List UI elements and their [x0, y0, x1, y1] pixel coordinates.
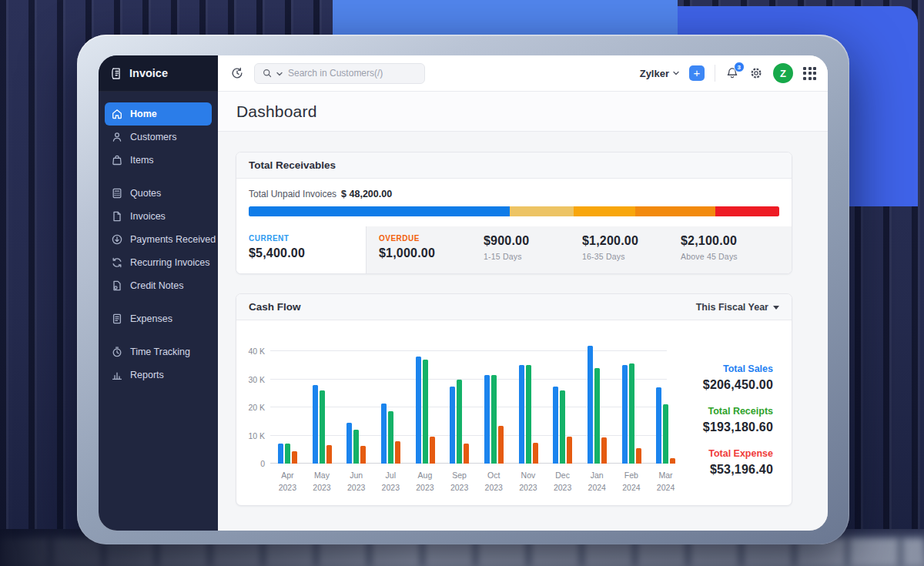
bar-group-apr-2023: [278, 444, 297, 464]
sidebar-item-quotes[interactable]: Quotes: [105, 182, 212, 205]
stat-value: $5,400.00: [249, 246, 366, 260]
bar-receipts-may-2023: [320, 390, 325, 464]
sidebar-item-label: Items: [130, 155, 154, 166]
search-box[interactable]: [254, 63, 425, 84]
unpaid-label: Total Unpaid Invoices: [249, 189, 336, 199]
fiscal-year-selector[interactable]: This Fiscal Year: [696, 302, 779, 313]
search-input[interactable]: [286, 67, 417, 79]
sidebar-item-label: Credit Notes: [130, 280, 183, 291]
time-tracking-icon: [111, 346, 123, 358]
bar-receipts-mar-2024: [663, 404, 668, 464]
bar-expense-feb-2024: [636, 448, 641, 464]
org-name: Zylker: [640, 68, 669, 79]
reports-icon: [111, 369, 123, 381]
sidebar-item-home[interactable]: Home: [105, 102, 212, 126]
sidebar-item-reports[interactable]: Reports: [105, 363, 212, 387]
apps-grid-icon[interactable]: [803, 67, 816, 80]
notification-badge: 3: [734, 62, 745, 72]
credit-notes-icon: [111, 280, 123, 292]
x-tick-label: Oct2023: [477, 470, 511, 494]
bar-sales-oct-2023: [484, 375, 490, 464]
sidebar-item-label: Time Tracking: [130, 347, 190, 357]
bar-expense-apr-2023: [292, 451, 297, 464]
bar-group-may-2023: [313, 385, 332, 464]
expenses-icon: [111, 313, 123, 325]
recurring-invoices-icon: [111, 256, 123, 269]
main-area: Zylker + 3: [218, 55, 828, 531]
notifications-bell-icon[interactable]: 3: [725, 66, 739, 80]
quotes-icon: [111, 187, 123, 199]
sidebar-item-invoices[interactable]: Invoices: [105, 205, 212, 228]
x-tick-label: May2023: [305, 470, 340, 494]
sidebar-item-items[interactable]: Items: [105, 149, 212, 172]
total-label: Total Sales: [667, 363, 773, 374]
x-tick-label: Jul2023: [373, 470, 408, 494]
sidebar-item-expenses[interactable]: Expenses: [105, 307, 212, 330]
aging-segment-current: [249, 206, 510, 216]
aging-segment-36-45-days: [635, 206, 715, 216]
bar-expense-oct-2023: [498, 426, 504, 464]
bar-receipts-jul-2023: [388, 411, 393, 464]
sidebar-item-label: Recurring Invoices: [130, 257, 210, 268]
bar-sales-dec-2023: [553, 387, 558, 464]
x-tick-label: Aug2023: [408, 470, 443, 494]
receivables-aging-bar[interactable]: [249, 206, 779, 216]
sidebar-item-time-tracking[interactable]: Time Tracking: [105, 340, 212, 363]
bar-receipts-jun-2023: [353, 430, 359, 464]
sidebar-item-recurring-invoices[interactable]: Recurring Invoices: [105, 251, 212, 274]
sidebar-menu: HomeCustomersItemsQuotesInvoicesPayments…: [99, 92, 218, 397]
sidebar-item-label: Payments Received: [130, 234, 216, 245]
bar-receipts-jan-2024: [594, 368, 600, 464]
org-selector[interactable]: Zylker: [640, 68, 679, 79]
stat-16-35-days: $1,200.0016-35 Days: [582, 234, 681, 261]
total-label: Total Expense: [667, 448, 773, 459]
bar-group-jun-2023: [346, 423, 366, 464]
chart-x-axis: Apr2023May2023Jun2023Jul2023Aug2023Sep20…: [270, 470, 683, 494]
topbar-right: Zylker + 3: [640, 63, 816, 83]
chevron-down-icon: [773, 306, 779, 310]
bar-expense-may-2023: [326, 445, 332, 464]
topbar-divider: [715, 65, 715, 82]
aging-segment-16-35-days: [574, 206, 636, 216]
bar-expense-mar-2024: [670, 458, 675, 464]
bar-group-nov-2023: [519, 365, 538, 464]
sidebar-item-label: Invoices: [130, 211, 166, 222]
stat-label: OVERDUE: [379, 234, 484, 243]
x-tick-label: Apr2023: [270, 470, 305, 494]
stat-value: $900.00: [484, 234, 582, 248]
stat-label: 1-15 Days: [484, 252, 582, 261]
y-tick-label: 10 K: [248, 431, 265, 440]
bar-expense-aug-2023: [430, 437, 435, 464]
bar-sales-mar-2024: [656, 387, 661, 464]
recent-history-icon[interactable]: [230, 66, 244, 80]
search-scope-caret-icon[interactable]: [276, 72, 283, 76]
stat-1-15-days: $900.001-15 Days: [484, 234, 582, 261]
search-icon: [262, 68, 273, 79]
stat-value: $1,200.00: [582, 234, 681, 248]
sidebar-item-label: Reports: [130, 370, 164, 380]
x-tick-label: Sep2023: [442, 470, 477, 494]
total-receivables-title: Total Receivables: [249, 159, 336, 171]
app-title: Invoice: [129, 67, 168, 79]
total-total-expense: Total Expense$53,196.40: [667, 448, 773, 477]
add-new-button[interactable]: +: [689, 65, 705, 81]
total-label: Total Receipts: [667, 406, 773, 417]
avatar[interactable]: Z: [773, 63, 793, 83]
bar-receipts-sep-2023: [457, 380, 462, 464]
sidebar-item-credit-notes[interactable]: Credit Notes: [105, 274, 212, 297]
y-tick-label: 0: [260, 459, 265, 468]
sidebar-item-customers[interactable]: Customers: [105, 126, 212, 149]
page-title: Dashboard: [236, 102, 317, 121]
stat-label: CURRENT: [249, 234, 366, 243]
fiscal-year-label: This Fiscal Year: [696, 302, 768, 313]
bar-sales-jul-2023: [381, 404, 387, 464]
sidebar-item-payments-received[interactable]: Payments Received: [105, 228, 212, 251]
bar-sales-may-2023: [313, 385, 318, 464]
settings-gear-icon[interactable]: [749, 66, 763, 80]
chart-y-axis: 010 K20 K30 K40 K: [246, 337, 270, 464]
aging-segment-above-45-days: [715, 206, 779, 216]
bar-sales-feb-2024: [622, 365, 628, 464]
receivables-stats-row: CURRENT$5,400.00 OVERDUE$1,000.00$900.00…: [236, 226, 792, 273]
bar-expense-dec-2023: [567, 437, 572, 464]
invoices-icon: [111, 210, 123, 223]
